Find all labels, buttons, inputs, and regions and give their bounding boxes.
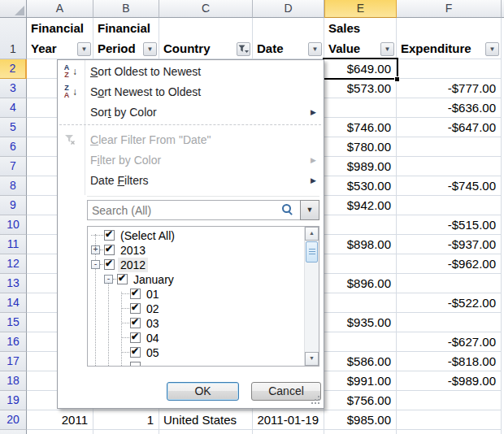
fill-handle[interactable] xyxy=(394,76,400,82)
checkbox[interactable]: ✔ xyxy=(130,289,141,299)
filter-button-country-filtered[interactable] xyxy=(237,42,250,56)
cell-e16[interactable] xyxy=(324,332,397,352)
filter-button-expenditure[interactable]: ▼ xyxy=(485,42,499,56)
row-header-15[interactable]: 15 xyxy=(0,313,27,332)
resize-grip[interactable] xyxy=(311,396,320,405)
column-header-e[interactable]: E xyxy=(324,0,397,18)
cell-f10[interactable]: -$515.00 xyxy=(397,215,502,235)
cell-f17[interactable]: -$818.00 xyxy=(397,352,502,371)
filter-button-sales-value[interactable]: ▼ xyxy=(380,42,394,56)
checkbox[interactable]: ✔ xyxy=(104,259,115,270)
row-header-9[interactable]: 9 xyxy=(0,196,27,215)
checkbox[interactable]: ✔ xyxy=(104,245,115,255)
menu-item-sort-oldest-to-newest[interactable]: A Z ↓ Sort Oldest to Newest xyxy=(58,62,324,82)
field-header-country[interactable]: Country xyxy=(159,18,253,59)
tree-collapse-icon[interactable]: - xyxy=(104,275,113,284)
cell-b20[interactable]: 1 xyxy=(93,410,159,430)
checkbox[interactable]: ✔ xyxy=(130,332,141,343)
tree-item-day-03[interactable]: ✔ 03 xyxy=(88,316,302,331)
cell-e5[interactable]: $746.00 xyxy=(324,118,397,137)
menu-item-filter-by-color[interactable]: Filter by Color ▶ xyxy=(58,150,324,171)
cell-e13[interactable]: $896.00 xyxy=(324,274,397,293)
cell-e3[interactable]: $573.00 xyxy=(324,79,397,98)
row-header-1[interactable]: 1 xyxy=(0,18,27,59)
column-header-b[interactable]: B xyxy=(93,0,159,18)
field-header-financial-year[interactable]: Financial Year ▼ xyxy=(27,18,93,59)
tree-item-2013[interactable]: + ✔ 2013 xyxy=(88,243,302,258)
cell-f11[interactable]: -$937.00 xyxy=(397,235,502,254)
cell-c20[interactable]: United States xyxy=(159,410,253,430)
field-header-financial-period[interactable]: Financial Period ▼ xyxy=(93,18,159,59)
cell-f2[interactable] xyxy=(397,59,502,79)
tree-item-2012[interactable]: - ✔ 2012 xyxy=(88,258,302,272)
cell-e20[interactable]: $985.00 xyxy=(324,410,397,430)
cell-e14[interactable] xyxy=(324,293,397,313)
filter-button-period[interactable]: ▼ xyxy=(143,42,157,56)
row-header-18[interactable]: 18 xyxy=(0,371,27,391)
row-header-16[interactable]: 16 xyxy=(0,332,27,352)
row-header-20[interactable]: 20 xyxy=(0,410,27,430)
cell-e9[interactable]: $942.00 xyxy=(324,196,397,215)
filter-button-year[interactable]: ▼ xyxy=(77,42,91,56)
cell-e15[interactable]: $935.00 xyxy=(324,313,397,332)
field-header-sales-value[interactable]: Sales Value ▼ xyxy=(324,18,397,59)
row-header-4[interactable]: 4 xyxy=(0,98,27,118)
menu-item-sort-by-color[interactable]: Sort by Color ▶ xyxy=(58,102,324,123)
cell-f19[interactable] xyxy=(397,391,502,410)
cell-e10[interactable] xyxy=(324,215,397,235)
row-header-7[interactable]: 7 xyxy=(0,157,27,176)
cell-f15[interactable] xyxy=(397,313,502,332)
filter-button-date[interactable]: ▼ xyxy=(308,42,322,56)
cell-e19[interactable]: $756.00 xyxy=(324,391,397,410)
column-header-c[interactable]: C xyxy=(159,0,253,18)
cell-f4[interactable]: -$636.00 xyxy=(397,98,502,118)
scrollbar-up-button[interactable]: ▲ xyxy=(305,227,319,241)
menu-item-clear-filter[interactable]: Clear Filter From "Date" xyxy=(58,130,324,150)
cell-e18[interactable]: $991.00 xyxy=(324,371,397,391)
cell[interactable] xyxy=(253,430,324,434)
cell-f12[interactable]: -$962.00 xyxy=(397,254,502,274)
checkbox[interactable]: ✔ xyxy=(130,318,141,328)
row-header-19[interactable]: 19 xyxy=(0,391,27,410)
list-scrollbar[interactable]: ▲ ▼ xyxy=(304,227,319,366)
select-all-corner[interactable] xyxy=(0,0,27,18)
row-header-5[interactable]: 5 xyxy=(0,118,27,137)
column-header-d[interactable]: D xyxy=(253,0,324,18)
tree-collapse-icon[interactable]: - xyxy=(91,260,100,269)
row-header-21[interactable] xyxy=(0,430,27,434)
tree-item-day-05[interactable]: ✔ 05 xyxy=(88,345,302,360)
tree-item-january[interactable]: - ✔ January xyxy=(88,272,302,287)
row-header-3[interactable]: 3 xyxy=(0,79,27,98)
cell-a20[interactable]: 2011 xyxy=(27,410,93,430)
field-header-date[interactable]: Date ▼ xyxy=(253,18,324,59)
cell-e12[interactable] xyxy=(324,254,397,274)
cell-f6[interactable] xyxy=(397,137,502,157)
cell-e4[interactable] xyxy=(324,98,397,118)
cell[interactable] xyxy=(93,430,159,434)
row-header-8[interactable]: 8 xyxy=(0,176,27,196)
cell-e7[interactable]: $989.00 xyxy=(324,157,397,176)
search-dropdown-button[interactable]: ▼ xyxy=(300,200,319,220)
row-header-6[interactable]: 6 xyxy=(0,137,27,157)
cell-e11[interactable]: $898.00 xyxy=(324,235,397,254)
cell[interactable] xyxy=(324,430,397,434)
column-header-a[interactable]: A xyxy=(27,0,93,18)
row-header-12[interactable]: 12 xyxy=(0,254,27,274)
tree-item-day-04[interactable]: ✔ 04 xyxy=(88,331,302,345)
row-header-2[interactable]: 2 xyxy=(0,59,27,79)
cell-f20[interactable] xyxy=(397,410,502,430)
checkbox[interactable]: ✔ xyxy=(130,347,141,358)
cell[interactable] xyxy=(27,430,93,434)
cell-f14[interactable]: -$522.00 xyxy=(397,293,502,313)
column-header-f[interactable]: F xyxy=(397,0,502,18)
cell-f9[interactable] xyxy=(397,196,502,215)
scrollbar-thumb[interactable] xyxy=(306,241,318,263)
cell-e6[interactable]: $780.00 xyxy=(324,137,397,157)
tree-expand-icon[interactable]: + xyxy=(91,245,100,254)
row-header-11[interactable]: 11 xyxy=(0,235,27,254)
checkbox[interactable]: ✔ xyxy=(117,274,128,284)
scrollbar-down-button[interactable]: ▼ xyxy=(305,352,319,366)
cell-e17[interactable]: $586.00 xyxy=(324,352,397,371)
checkbox[interactable] xyxy=(130,362,141,366)
menu-item-sort-newest-to-oldest[interactable]: Z A ↓ Sort Newest to Oldest xyxy=(58,82,324,102)
